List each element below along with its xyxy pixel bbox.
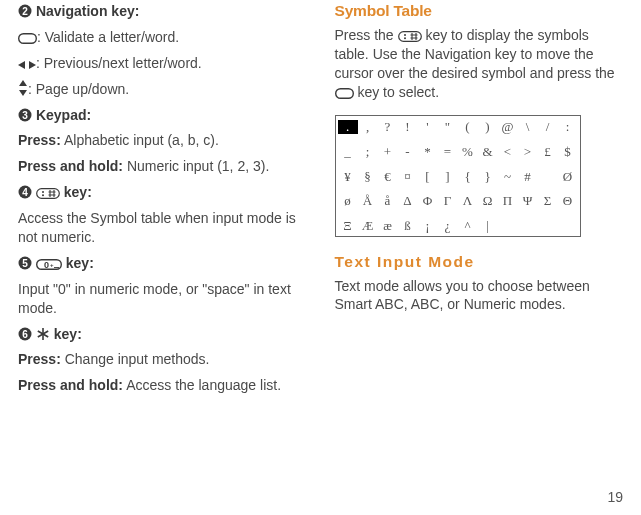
symbol-cell: } [478,170,498,183]
symbol-cell: ¥ [338,170,358,183]
star-hold-line: Press and hold: Access the language list… [18,376,307,395]
svg-point-12 [42,191,44,193]
symbol-cell [538,219,558,232]
symbol-cell: å [378,194,398,207]
symbol-table-para: Press the key to display the symbols tab… [335,26,624,102]
symbol-cell: ¤ [398,170,418,183]
symbol-cell: Ω [478,194,498,207]
symbol-cell: Φ [418,194,438,207]
nav-prevnext-line: : Previous/next letter/word. [18,54,307,73]
svg-point-25 [404,34,406,36]
symbol-cell: + [378,145,398,158]
symbol-cell: [ [418,170,438,183]
keypad-heading: 3 Keypad: [18,106,307,125]
symbol-cell: Ψ [518,194,538,207]
left-right-arrows-icon [18,60,36,70]
svg-point-26 [404,37,406,39]
circled-3-icon: 3 [18,108,32,122]
up-down-arrows-icon [18,80,28,96]
symbol-cell: ^ [458,219,478,232]
circled-6-icon: 6 [18,327,32,341]
symbol-cell: ! [398,120,418,134]
symbol-cell: % [458,145,478,158]
oval-key-icon [335,88,354,99]
symbol-cell [518,219,538,232]
symbol-cell: \ [518,120,538,134]
symbol-cell: / [538,120,558,134]
symbol-cell: & [478,145,498,158]
svg-marker-5 [19,80,27,86]
hash-key-icon [36,188,60,199]
hash-key-heading: 4 key: [18,183,307,202]
symbol-cell: " [438,120,458,134]
symbol-cell: ( [458,120,478,134]
svg-marker-6 [19,90,27,96]
symbol-cell: ß [398,219,418,232]
table-row: Ξ Æ æ ß ¡ ¿ ^ | [338,219,578,232]
symbol-cell: Π [498,194,518,207]
symbol-cell: _ [338,145,358,158]
symbol-cell: Å [358,194,378,207]
symbol-cell: ' [418,120,438,134]
symbol-table-grid: . , ? ! ' " ( ) @ \ / : _ ; + - * = % [335,115,581,237]
star-key-heading: 6 key: [18,325,307,344]
symbol-cell: ~ [498,170,518,183]
page-number: 19 [607,489,623,505]
symbol-cell: | [478,219,498,232]
symbol-cell: ) [478,120,498,134]
symbol-cell: : [558,120,578,134]
symbol-cell: Γ [438,194,458,207]
symbol-cell: Σ [538,194,558,207]
symbol-cell: Δ [398,194,418,207]
symbol-cell: ¡ [418,219,438,232]
symbol-cell [498,219,518,232]
svg-rect-27 [335,88,353,98]
symbol-cell: ¿ [438,219,458,232]
symbol-cell: Λ [458,194,478,207]
table-row: . , ? ! ' " ( ) @ \ / : [338,120,578,134]
symbol-cell: ? [378,120,398,134]
star-press-line: Press: Change input methods. [18,350,307,369]
svg-point-13 [42,194,44,196]
hash-key-body: Access the Symbol table when input mode … [18,209,307,247]
symbol-cell: = [438,145,458,158]
table-row: _ ; + - * = % & < > £ $ [338,145,578,158]
symbol-cell: * [418,145,438,158]
symbol-cell: - [398,145,418,158]
symbol-cell: $ [558,145,578,158]
symbol-cell: Ø [558,170,578,183]
symbol-cell: £ [538,145,558,158]
text-input-mode-para: Text mode allows you to choose between S… [335,277,624,315]
symbol-cell: # [518,170,538,183]
symbol-cell: Æ [358,219,378,232]
svg-text:5: 5 [22,257,28,268]
table-row: ø Å å Δ Φ Γ Λ Ω Π Ψ Σ Θ [338,194,578,207]
text-input-mode-title: Text Input Mode [335,253,624,271]
svg-text:0: 0 [44,260,49,270]
table-row: ¥ § € ¤ [ ] { } ~ # Ø [338,170,578,183]
svg-text:3: 3 [22,109,28,120]
navkey-heading: 2 Navigation key: [18,2,307,21]
star-key-icon [36,327,50,341]
svg-rect-11 [37,189,60,199]
svg-text:4: 4 [22,187,28,198]
svg-rect-24 [398,32,421,42]
circled-2-icon: 2 [18,4,32,18]
symbol-cell: @ [498,120,518,134]
svg-rect-2 [19,34,37,44]
symbol-cell: { [458,170,478,183]
keypad-hold-line: Press and hold: Numeric input (1, 2, 3). [18,157,307,176]
oval-key-icon [18,33,37,44]
zero-key-icon: 0+ [36,259,62,270]
symbol-cell: ; [358,145,378,158]
symbol-cell: ] [438,170,458,183]
symbol-cell [538,170,558,183]
keypad-press-line: Press: Alphabetic input (a, b, c). [18,131,307,150]
circled-5-icon: 5 [18,256,32,270]
svg-marker-3 [18,61,25,69]
nav-page-line: : Page up/down. [18,80,307,99]
hash-key-icon [398,31,422,42]
symbol-cell: , [358,120,378,134]
symbol-cell: Ξ [338,219,358,232]
symbol-cell: Θ [558,194,578,207]
